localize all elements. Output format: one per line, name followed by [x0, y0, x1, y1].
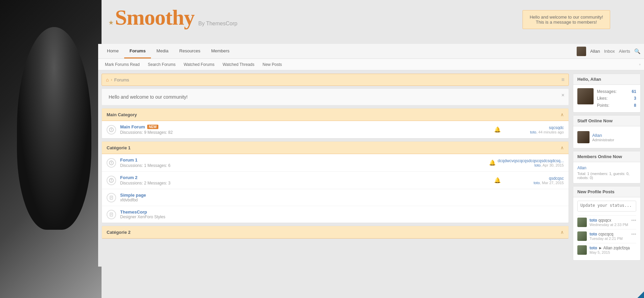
- sidebar-messages-row: Messages: 61: [597, 88, 636, 95]
- sidebar-likes-row: Likes: 3: [597, 95, 636, 102]
- forum-latest-info: sqcsqdc toto, 44 minutes ago: [503, 125, 564, 134]
- sidebar-post2-user: toto cqscqcq: [590, 231, 628, 237]
- forum1-latest-time: Apr 30, 2015: [542, 163, 564, 167]
- category-main-toggle[interactable]: ∧: [560, 112, 564, 117]
- welcome-banner-close[interactable]: ×: [561, 92, 564, 98]
- forum1-latest-user[interactable]: toto: [534, 163, 540, 167]
- nav-search-icon[interactable]: 🔍: [634, 48, 641, 54]
- sidebar-points-row: Points: 8: [597, 102, 636, 109]
- sidebar-members-list[interactable]: Allan: [577, 166, 636, 170]
- page-name-themescorp[interactable]: ThemesCorp: [120, 209, 564, 215]
- sidebar-post1-user: toto qqsqcx: [590, 218, 628, 223]
- forum2-latest-info: qsdcqsc toto, Mar 27, 2015: [503, 176, 564, 185]
- forum2-latest-user[interactable]: toto: [534, 181, 540, 185]
- sub-nav-right-icon: ▫: [639, 62, 641, 67]
- sidebar-post3-text: ► Allan zqdcfzqa: [598, 246, 630, 250]
- forum2-latest-thread[interactable]: qsdcqsc: [503, 176, 564, 181]
- forum-latest-thread[interactable]: sqcsqdc: [503, 125, 564, 130]
- category-cat2-title: Catégorie 2: [107, 230, 131, 235]
- sidebar-profile-post-3: toto ► Allan zqdcfzqa May 5, 2015: [577, 243, 636, 257]
- forum1-latest-thread[interactable]: dcqdwcvqscqcqsdcqscqsdcsqdcsq...: [498, 158, 564, 163]
- welcome-banner-text: Hello and welcome to our community!: [109, 94, 562, 100]
- sidebar-status-input[interactable]: [577, 201, 636, 212]
- sidebar-post2-username[interactable]: toto: [590, 232, 597, 237]
- svg-point-0: [109, 128, 113, 132]
- brand-area: ★ Smoothy By ThemesCorp: [108, 5, 237, 30]
- nav-tab-home[interactable]: Home: [102, 44, 124, 58]
- brand-star: ★: [108, 19, 114, 26]
- nav-alerts-link[interactable]: Alerts: [619, 49, 630, 54]
- nav-inbox-link[interactable]: Inbox: [604, 49, 615, 54]
- sidebar-members-body: Allan Total: 1 (members: 1, guests: 0, r…: [573, 162, 640, 183]
- sidebar-post3-username[interactable]: toto: [590, 246, 597, 250]
- forum-latest-user[interactable]: toto: [530, 130, 536, 134]
- svg-point-3: [111, 162, 112, 163]
- sidebar-post2-menu[interactable]: •••: [631, 231, 636, 237]
- sidebar-staff-name[interactable]: Allan: [592, 133, 614, 138]
- sidebar-post2-avatar: [577, 231, 587, 241]
- breadcrumb-current: Forums: [114, 77, 129, 82]
- forum1-discussions: 1: [144, 163, 147, 168]
- svg-point-5: [111, 179, 112, 180]
- svg-point-1: [111, 128, 112, 129]
- sidebar-post1-username[interactable]: toto: [590, 218, 597, 223]
- sidebar-profile-post-1: toto qqsqcx Wednesday at 2:33 PM •••: [577, 215, 636, 229]
- nav-tab-resources[interactable]: Resources: [174, 44, 206, 58]
- forum-latest-meta: toto, 44 minutes ago: [503, 130, 564, 134]
- welcome-line2: This is a message to members!: [530, 20, 603, 25]
- sidebar-staff-avatar: [577, 131, 590, 143]
- sub-nav-new-posts[interactable]: New Posts: [259, 60, 285, 69]
- forum2-messages: 3: [168, 181, 171, 185]
- nav-user-avatar: [577, 47, 586, 56]
- forum-name-main[interactable]: Main Forum NEW: [120, 124, 490, 129]
- category-main-header: Main Category ∧: [102, 108, 569, 121]
- breadcrumb-menu-icon[interactable]: ≡: [561, 77, 564, 83]
- sidebar-members-title: Members Online Now: [573, 151, 640, 162]
- watermark-label: ❤ LoveNulled.com: [601, 286, 644, 298]
- forum-name-forum2[interactable]: Forum 2: [120, 175, 490, 180]
- sidebar-staff-body: Allan Administrator: [573, 126, 640, 148]
- sub-nav-search[interactable]: Search Forums: [145, 60, 179, 69]
- category-main: Main Category ∧ Main Forum: [102, 108, 569, 139]
- forum2-latest-meta: toto, Mar 27, 2015: [503, 181, 564, 185]
- forum-discussions: 9: [144, 130, 147, 135]
- sidebar-post3-content: toto ► Allan zqdcfzqa May 5, 2015: [590, 245, 636, 254]
- category-cat1: Catégorie 1 ∧ Forum 1: [102, 141, 569, 223]
- main-container: Home Forums Media Resources Members Alla…: [98, 0, 644, 298]
- breadcrumb-home-icon[interactable]: ⌂: [106, 77, 109, 82]
- sidebar-profile-posts-card: New Profile Posts toto qqsqcx Wednesday …: [573, 186, 641, 260]
- sub-nav-watched-threads[interactable]: Watched Threads: [219, 60, 258, 69]
- sidebar-messages-val: 61: [632, 88, 636, 95]
- svg-point-2: [109, 161, 113, 165]
- sidebar-post2-text: cqscqcq: [598, 232, 613, 237]
- sidebar-members-card: Members Online Now Allan Total: 1 (membe…: [573, 151, 641, 183]
- forum1-latest-info: dcqdwcvqscqcqsdcqscqsdcsqdcsq... toto, A…: [498, 158, 564, 167]
- category-cat2-toggle[interactable]: ∧: [560, 229, 564, 235]
- forum-stats-main: Discussions: 9 Messages: 82: [120, 130, 490, 135]
- forum2-name-text: Forum 2: [120, 175, 137, 180]
- nav-tab-members[interactable]: Members: [206, 44, 235, 58]
- page-info-themescorp: ThemesCorp Designer XenForo Styles: [120, 209, 564, 219]
- forum-latest-bell-icon: 🔔: [494, 126, 501, 133]
- nav-tab-forums[interactable]: Forums: [124, 44, 151, 58]
- page-name-simple[interactable]: Simple page: [120, 193, 564, 198]
- forum2-latest-time: Mar 27, 2015: [542, 181, 564, 185]
- brand-name[interactable]: Smoothy: [115, 5, 195, 29]
- sidebar-staff-role: Administrator: [592, 138, 614, 142]
- sidebar-profile-posts-body: toto qqsqcx Wednesday at 2:33 PM ••• tot…: [573, 197, 640, 260]
- sidebar-profile-post-2: toto cqscqcq Tuesday at 2:21 PM •••: [577, 229, 636, 243]
- sidebar-post3-avatar: [577, 245, 587, 255]
- category-cat1-toggle[interactable]: ∧: [560, 145, 564, 150]
- sub-nav-watched-forums[interactable]: Watched Forums: [180, 60, 218, 69]
- nav-username[interactable]: Allan: [590, 49, 600, 54]
- nav-tab-media[interactable]: Media: [151, 44, 174, 58]
- forum-name-forum1[interactable]: Forum 1: [120, 157, 485, 163]
- sub-nav-mark-read[interactable]: Mark Forums Read: [102, 60, 143, 69]
- sidebar-post1-menu[interactable]: •••: [631, 218, 636, 223]
- main-column: ⌂ › Forums ≡ Hello and welcome to our co…: [102, 74, 569, 263]
- forum-new-badge: NEW: [147, 125, 158, 129]
- sidebar-post2-content: toto cqscqcq Tuesday at 2:21 PM: [590, 231, 628, 241]
- sidebar-post1-avatar: [577, 218, 587, 227]
- forum-latest-time: 44 minutes ago: [538, 130, 564, 134]
- forum-row-forum2: Forum 2 Discussions: 2 Messages: 3 🔔 qsd…: [102, 172, 569, 189]
